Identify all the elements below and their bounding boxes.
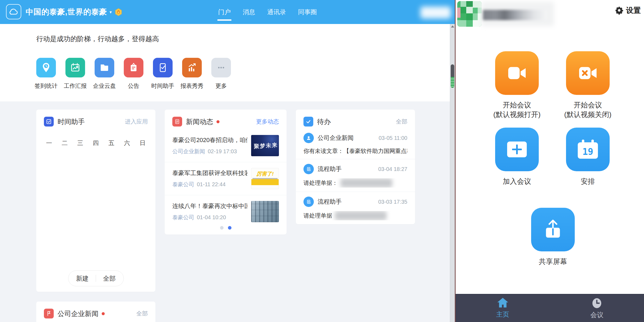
- carousel-dot[interactable]: [220, 226, 224, 230]
- user-avatar[interactable]: [457, 1, 482, 27]
- weekday-sat[interactable]: 六: [124, 139, 130, 147]
- start-meeting-video-on-button[interactable]: 开始会议 (默认视频打开): [482, 51, 552, 119]
- app-label: 工作汇报: [64, 82, 87, 90]
- video-camera-off-icon: [566, 51, 610, 95]
- app-announcement[interactable]: 公告: [124, 58, 143, 90]
- todo-time: 03-03 17:35: [378, 199, 407, 205]
- weekday-row: 一 二 三 四 五 六 日: [36, 139, 155, 147]
- card-title: 待办: [317, 117, 331, 126]
- join-meeting-button[interactable]: 加入会议: [482, 128, 552, 186]
- todo-desc: 请处理单据：: [303, 178, 407, 188]
- news-list: 泰豪公司2020春招启动，咱们... 公司企业新闻 02-19 17:03 聚梦…: [165, 129, 287, 228]
- weekday-sun[interactable]: 日: [140, 139, 146, 147]
- app-more[interactable]: 更多: [211, 58, 231, 90]
- tab-messages[interactable]: 消息: [243, 0, 255, 24]
- redacted-doc-name: [335, 211, 387, 220]
- tab-colleagues[interactable]: 同事圈: [298, 0, 317, 24]
- flag-icon: [44, 309, 54, 318]
- portal-page: 中国的泰豪,世界的泰豪 ▾ 门户 消息 通讯录 同事圈 行动是成功的阶梯，行动越…: [0, 0, 455, 322]
- weekday-mon[interactable]: 一: [46, 139, 52, 147]
- todo-list: 公司企业新闻 03-05 11:00 你有未读文章：【泰豪软件助力国网重点科技项…: [296, 128, 415, 224]
- divider: [96, 275, 96, 282]
- scroll-up-arrow-icon[interactable]: [451, 25, 454, 28]
- schedule-button[interactable]: 19 安排: [552, 128, 623, 186]
- folder-icon: [95, 58, 114, 77]
- new-event-button[interactable]: 新建: [76, 274, 89, 283]
- app-checkin-stats[interactable]: 签到统计: [36, 58, 56, 90]
- app-cloud-drive[interactable]: 企业云盘: [95, 58, 114, 90]
- chevron-down-icon: ▾: [110, 10, 112, 15]
- news-source: 泰豪公司: [172, 181, 194, 188]
- card-header: 新闻动态 更多动态: [165, 110, 287, 127]
- plus-icon: [495, 128, 539, 171]
- all-todos-link[interactable]: 全部: [396, 118, 407, 125]
- all-news-link[interactable]: 全部: [136, 310, 148, 317]
- card-header: 时间助手 进入应用: [36, 110, 155, 127]
- news-thumbnail: 聚梦未来: [251, 135, 279, 156]
- news-time: 02-19 17:03: [208, 148, 237, 155]
- weekday-tue[interactable]: 二: [62, 139, 68, 147]
- bar-chart-icon: [182, 58, 202, 77]
- page-scrollbar[interactable]: [450, 24, 455, 322]
- tab-contacts[interactable]: 通讯录: [267, 0, 286, 24]
- news-title: 泰豪军工集团获评全联科技装...: [172, 169, 247, 177]
- weekday-fri[interactable]: 五: [109, 139, 115, 147]
- calendar-actions-pill: 新建 全部: [68, 270, 124, 286]
- cloud-logo-icon[interactable]: [6, 4, 21, 19]
- news-item[interactable]: 连续八年！泰豪再次中标中国... 泰豪公司 01-04 10:20: [165, 195, 287, 228]
- tab-label: 消息: [243, 8, 255, 16]
- scrollbar-progress-stripes: [451, 77, 454, 88]
- todo-item[interactable]: 流程助手 03-04 18:27 请处理单据：: [296, 159, 415, 192]
- unread-dot: [102, 312, 105, 315]
- app-report-show[interactable]: 报表秀秀: [182, 58, 202, 90]
- card-title: 公司企业新闻: [58, 309, 98, 318]
- more-news-link[interactable]: 更多动态: [256, 118, 279, 125]
- news-time: 01-11 22:44: [197, 181, 225, 188]
- action-label: 开始会议 (默认视频打开): [493, 100, 540, 119]
- medal-badge-icon: [115, 8, 122, 16]
- action-label: 安排: [581, 177, 595, 186]
- company-slogan[interactable]: 中国的泰豪,世界的泰豪 ▾: [26, 0, 122, 24]
- news-item[interactable]: 泰豪军工集团获评全联科技装... 泰豪公司 01-11 22:44 厉害了!: [165, 162, 287, 195]
- carousel-dot[interactable]: [228, 226, 231, 230]
- todo-time: 03-04 18:27: [378, 166, 407, 172]
- clock-icon: [591, 297, 603, 309]
- todo-app-name: 公司企业新闻: [318, 134, 354, 142]
- news-feed-card: 新闻动态 更多动态 泰豪公司2020春招启动，咱们... 公司企业新闻 02-1…: [165, 110, 287, 234]
- news-item[interactable]: 泰豪公司2020春招启动，咱们... 公司企业新闻 02-19 17:03 聚梦…: [165, 129, 287, 162]
- portal-nav: 门户 消息 通讯录 同事圈: [218, 0, 317, 24]
- todo-time: 03-05 11:00: [379, 135, 407, 141]
- scrollbar-thumb[interactable]: [451, 64, 454, 88]
- weekday-wed[interactable]: 三: [77, 139, 83, 147]
- thumb-caption: 厉害了!: [251, 170, 279, 177]
- app-time-assistant[interactable]: 时间助手: [153, 58, 173, 90]
- clipboard-icon: [124, 58, 143, 77]
- todo-app-name: 流程助手: [318, 165, 342, 173]
- calendar-19-icon: 19: [566, 128, 610, 171]
- settings-button[interactable]: 设置: [615, 5, 641, 15]
- weekday-thu[interactable]: 四: [93, 139, 99, 147]
- todo-desc: 请处理单据: [303, 211, 407, 220]
- thumb-caption: 聚梦未来: [254, 141, 278, 150]
- app-label: 签到统计: [35, 82, 58, 90]
- motto-text: 行动是成功的阶梯，行动越多，登得越高: [36, 34, 159, 43]
- app-work-report[interactable]: 工作汇报: [65, 58, 85, 90]
- tab-portal[interactable]: 门户: [218, 0, 231, 24]
- action-label: 加入会议: [503, 177, 531, 186]
- username-redacted: [483, 10, 547, 20]
- header-username-redacted[interactable]: [420, 7, 451, 19]
- todo-item[interactable]: 公司企业新闻 03-05 11:00 你有未读文章：【泰豪软件助力国网重点科技项…: [296, 128, 415, 159]
- tab-label: 通讯录: [267, 8, 286, 16]
- share-screen-button[interactable]: 共享屏幕: [517, 208, 588, 266]
- workflow-app-avatar-icon: [303, 164, 314, 174]
- tab-home[interactable]: 主页: [456, 294, 550, 322]
- all-events-button[interactable]: 全部: [103, 274, 116, 283]
- start-meeting-video-off-button[interactable]: 开始会议 (默认视频关闭): [552, 51, 623, 119]
- news-text: 连续八年！泰豪再次中标中国... 泰豪公司 01-04 10:20: [172, 202, 247, 221]
- tab-meetings[interactable]: 会议: [550, 294, 644, 322]
- todo-item[interactable]: 流程助手 03-03 17:35 请处理单据: [296, 192, 415, 224]
- screen: 中国的泰豪,世界的泰豪 ▾ 门户 消息 通讯录 同事圈 行动是成功的阶梯，行动越…: [0, 0, 644, 322]
- tab-label: 主页: [496, 310, 509, 319]
- card-header: 待办 全部: [296, 110, 415, 127]
- enter-app-link[interactable]: 进入应用: [125, 118, 148, 125]
